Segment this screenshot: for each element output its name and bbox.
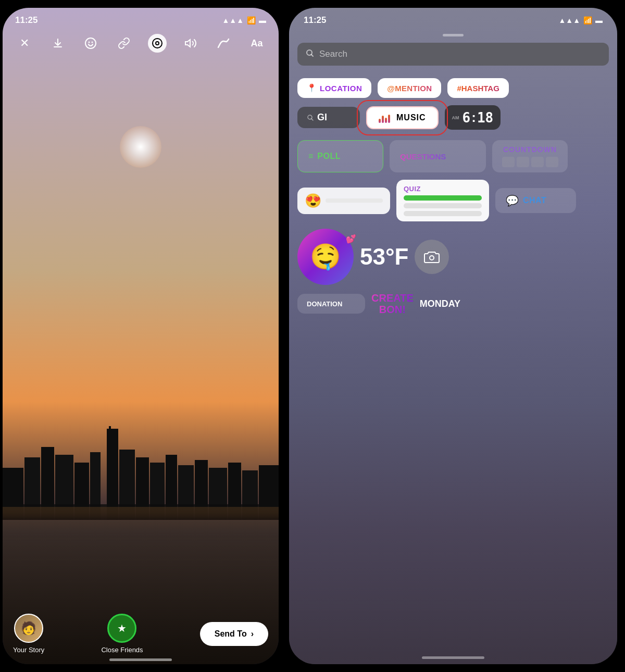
send-to-button[interactable]: Send To › bbox=[200, 622, 268, 646]
chat-sticker[interactable]: 💬 CHAT bbox=[495, 188, 576, 213]
your-story-option[interactable]: 🧑 Your Story bbox=[13, 614, 44, 654]
audio-button[interactable] bbox=[181, 34, 200, 53]
mention-sticker[interactable]: @MENTION bbox=[378, 78, 441, 98]
slider-emoji: 😍 bbox=[305, 193, 321, 209]
poll-icon: ≡ bbox=[308, 152, 313, 161]
countdown-bars bbox=[502, 157, 558, 167]
music-sticker[interactable]: MUSIC bbox=[366, 106, 439, 129]
phone-left: 11:25 ▲▲▲ 📶 ▬ ✕ bbox=[3, 8, 279, 664]
send-arrow-icon: › bbox=[251, 629, 254, 639]
quiz-bar-gray-2 bbox=[404, 211, 482, 216]
monday-sticker[interactable]: MONDAY bbox=[420, 298, 460, 309]
svg-point-26 bbox=[156, 42, 158, 44]
poll-sticker[interactable]: ≡ POLL bbox=[297, 140, 383, 172]
countdown-bar-4 bbox=[546, 157, 558, 167]
svg-point-32 bbox=[430, 256, 434, 260]
close-friends-label: Close Friends bbox=[101, 646, 143, 654]
sheet-handle bbox=[443, 34, 464, 36]
search-icon-gif bbox=[307, 114, 314, 121]
hashtag-sticker[interactable]: #HASHTAG bbox=[447, 78, 508, 98]
right-panel: 11:25 ▲▲▲ 📶 ▬ Search 📍 bbox=[281, 0, 625, 672]
location-icon: 📍 bbox=[307, 83, 317, 93]
location-sticker[interactable]: 📍 LOCATION bbox=[297, 78, 371, 98]
slider-bar bbox=[326, 198, 383, 203]
text-button[interactable]: Aa bbox=[247, 34, 266, 53]
countdown-bar-2 bbox=[517, 157, 529, 167]
sticker-row-5: 🤤 53°F bbox=[297, 229, 609, 285]
battery-icon-right: ▬ bbox=[595, 16, 603, 24]
svg-point-21 bbox=[85, 38, 96, 48]
sticker-row-4: 😍 QUIZ 💬 CHAT bbox=[297, 180, 609, 221]
hashtag-text: #HASHTAG bbox=[457, 84, 499, 93]
signal-icon-right: ▲▲▲ bbox=[558, 16, 580, 24]
sticker-row-2: GI MUSIC A bbox=[297, 105, 609, 130]
countdown-bar-3 bbox=[531, 157, 544, 167]
stickers-area: 📍 LOCATION @MENTION #HASHTAG GI bbox=[289, 74, 617, 664]
create-sticker[interactable]: CREATE BON! bbox=[371, 292, 414, 315]
quiz-bar-gray-1 bbox=[404, 203, 482, 208]
time-hours: 6 bbox=[463, 110, 471, 126]
time-minutes: 18 bbox=[477, 110, 493, 126]
home-indicator-left bbox=[109, 658, 172, 661]
bottom-bar: 🧑 Your Story ★ Close Friends Send To › bbox=[3, 614, 279, 654]
svg-rect-20 bbox=[3, 507, 279, 520]
music-sticker-wrapper: MUSIC bbox=[366, 106, 439, 129]
status-bar-right: 11:25 ▲▲▲ 📶 ▬ bbox=[289, 8, 617, 30]
draw-button[interactable] bbox=[214, 34, 233, 53]
donation-sticker[interactable]: DONATION bbox=[297, 294, 365, 314]
poll-text: POLL bbox=[317, 152, 341, 161]
questions-sticker[interactable]: QUESTIONS bbox=[390, 140, 486, 172]
svg-rect-8 bbox=[109, 426, 111, 431]
svg-marker-27 bbox=[185, 40, 190, 47]
donation-text: DONATION bbox=[307, 300, 342, 308]
temperature-sticker[interactable]: 53°F bbox=[360, 244, 408, 270]
search-bar[interactable]: Search bbox=[297, 43, 609, 66]
temperature-text: 53°F bbox=[360, 244, 408, 270]
sun-glow bbox=[120, 126, 161, 168]
time-sticker[interactable]: AM 6 : 18 bbox=[445, 105, 501, 130]
emoji-slider-sticker[interactable]: 😍 bbox=[297, 188, 390, 214]
sticker-row-6: DONATION CREATE BON! MONDAY bbox=[297, 292, 609, 315]
sticker-row-1: 📍 LOCATION @MENTION #HASHTAG bbox=[297, 78, 609, 98]
download-button[interactable] bbox=[48, 34, 67, 53]
countdown-bar-1 bbox=[502, 157, 515, 167]
search-icon bbox=[306, 49, 314, 59]
countdown-title: COUNTDOWN bbox=[503, 145, 557, 154]
time-right: 11:25 bbox=[304, 15, 326, 26]
svg-point-22 bbox=[89, 42, 90, 43]
bon-text: BON! bbox=[379, 304, 406, 315]
location-text: LOCATION bbox=[320, 84, 362, 93]
quiz-bar-green bbox=[404, 195, 482, 201]
create-text: CREATE bbox=[371, 292, 414, 304]
close-friends-option[interactable]: ★ Close Friends bbox=[101, 614, 143, 654]
gif-text: GI bbox=[317, 112, 327, 123]
sticker-row-3: ≡ POLL QUESTIONS COUNTDOWN bbox=[297, 140, 609, 172]
quiz-sticker[interactable]: QUIZ bbox=[396, 180, 489, 221]
time-am: AM bbox=[452, 115, 459, 120]
link-button[interactable] bbox=[115, 34, 133, 53]
countdown-sticker[interactable]: COUNTDOWN bbox=[492, 140, 568, 172]
wifi-icon-right: 📶 bbox=[583, 16, 592, 24]
emoji-sticker-button[interactable] bbox=[81, 34, 100, 53]
city-silhouette bbox=[3, 426, 279, 520]
svg-line-31 bbox=[311, 119, 313, 120]
close-button[interactable]: ✕ bbox=[15, 34, 34, 53]
your-story-label: Your Story bbox=[13, 646, 44, 654]
search-placeholder: Search bbox=[319, 49, 347, 59]
close-friends-avatar: ★ bbox=[107, 614, 136, 643]
chat-bubble-icon: 💬 bbox=[506, 194, 519, 207]
camera-icon bbox=[424, 250, 440, 264]
svg-line-29 bbox=[311, 55, 314, 57]
status-icons-right: ▲▲▲ 📶 ▬ bbox=[558, 16, 603, 24]
svg-point-23 bbox=[92, 42, 93, 43]
music-wave-icon bbox=[379, 113, 393, 123]
music-text: MUSIC bbox=[396, 113, 426, 122]
phone-right: 11:25 ▲▲▲ 📶 ▬ Search 📍 bbox=[289, 8, 617, 664]
your-story-avatar: 🧑 bbox=[14, 614, 43, 643]
time-colon: : bbox=[471, 109, 476, 126]
sticker-button[interactable] bbox=[148, 34, 167, 53]
gif-sticker[interactable]: GI bbox=[297, 107, 360, 128]
camera-button[interactable] bbox=[415, 240, 449, 274]
mouth-sticker[interactable]: 🤤 bbox=[297, 229, 354, 285]
left-panel: 11:25 ▲▲▲ 📶 ▬ ✕ bbox=[0, 0, 281, 672]
